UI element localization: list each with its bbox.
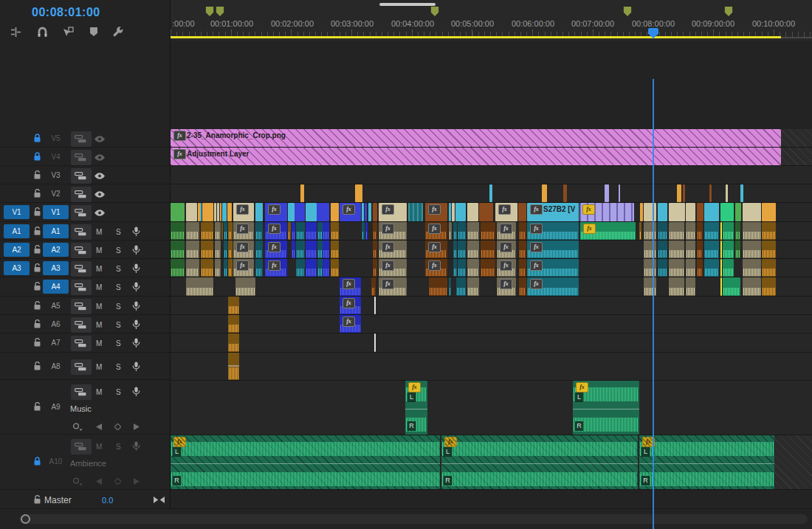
timeline-clip[interactable] bbox=[449, 203, 451, 221]
timeline-clip[interactable] bbox=[519, 241, 526, 258]
mute-button[interactable]: M bbox=[96, 388, 102, 396]
timeline-clip[interactable] bbox=[762, 277, 776, 296]
master-meter-icon[interactable] bbox=[154, 497, 165, 503]
timeline-clip[interactable] bbox=[317, 203, 329, 221]
timeline-clip[interactable]: fx bbox=[379, 277, 407, 296]
timeline-clip[interactable] bbox=[186, 259, 199, 277]
track-lane-A4[interactable]: fxfxfxfx bbox=[171, 277, 812, 297]
track-target-V4[interactable]: V4 bbox=[43, 150, 69, 164]
timeline-clip[interactable] bbox=[227, 203, 232, 221]
track-lane-A9[interactable]: fxLRfxLR bbox=[171, 381, 812, 435]
clip-2-35-anamorphic-crop-png[interactable]: fx2-35_Anamorphic_Crop.png bbox=[171, 129, 781, 147]
timeline-clip[interactable] bbox=[202, 203, 213, 221]
timeline-clip[interactable] bbox=[355, 184, 362, 202]
timeline-clip[interactable] bbox=[323, 259, 329, 277]
playhead-timecode[interactable]: 00:08:01:00 bbox=[32, 6, 100, 19]
clip-adjustment-layer[interactable]: fxAdjustment Layer bbox=[171, 148, 781, 165]
timeline-clip[interactable] bbox=[365, 203, 367, 221]
timeline-clip[interactable] bbox=[481, 241, 495, 258]
timeline-clip[interactable]: fx bbox=[233, 203, 254, 221]
timeline-clip[interactable] bbox=[201, 222, 213, 240]
lock-icon-A2[interactable] bbox=[32, 245, 42, 255]
lock-icon-A3[interactable] bbox=[32, 263, 42, 273]
source-patch-A1[interactable]: A1 bbox=[4, 224, 30, 238]
work-area-bar[interactable] bbox=[171, 36, 781, 38]
timeline-clip[interactable] bbox=[740, 184, 743, 202]
sync-lock-icon[interactable] bbox=[75, 135, 86, 143]
toggle-track-output-eye-icon[interactable] bbox=[94, 154, 106, 161]
timeline-clip[interactable]: fxLR bbox=[573, 381, 639, 435]
voiceover-mic-icon[interactable] bbox=[132, 245, 140, 255]
timeline-clip[interactable]: fx bbox=[340, 297, 361, 314]
timeline-clip[interactable]: fx bbox=[233, 259, 254, 277]
timeline-clip[interactable] bbox=[704, 222, 719, 240]
timeline-clip[interactable] bbox=[331, 259, 339, 277]
solo-button[interactable]: S bbox=[116, 363, 121, 371]
timeline-clip[interactable] bbox=[720, 277, 722, 296]
timeline-clip[interactable]: fxLR bbox=[405, 381, 427, 435]
sequence-marker[interactable] bbox=[725, 7, 733, 16]
voiceover-mic-icon[interactable] bbox=[132, 282, 140, 292]
timeline-clip[interactable] bbox=[300, 184, 304, 202]
timeline-clip[interactable] bbox=[449, 277, 451, 296]
track-lane-V2[interactable] bbox=[171, 184, 812, 203]
timeline-clip[interactable] bbox=[762, 222, 776, 240]
track-lane-A10[interactable]: fxLRfxLRfxLR bbox=[171, 435, 812, 490]
timeline-clip[interactable] bbox=[669, 222, 684, 240]
timeline-clip[interactable] bbox=[371, 277, 376, 296]
timeline-clip[interactable]: fx bbox=[527, 259, 579, 277]
voiceover-mic-icon[interactable] bbox=[132, 227, 140, 237]
lock-icon-V4[interactable] bbox=[32, 152, 42, 162]
timeline-clip[interactable] bbox=[235, 277, 255, 296]
lock-icon-A8[interactable] bbox=[32, 362, 42, 371]
sync-lock-icon[interactable] bbox=[75, 209, 86, 217]
mute-button[interactable]: M bbox=[96, 283, 102, 291]
timeline-clip[interactable] bbox=[723, 222, 734, 240]
timeline-clip[interactable] bbox=[658, 203, 667, 221]
timeline-clip[interactable] bbox=[453, 222, 457, 240]
timeline-clip[interactable] bbox=[686, 259, 695, 277]
timeline-clip[interactable] bbox=[331, 222, 339, 240]
timeline-clip[interactable] bbox=[255, 241, 263, 258]
track-lane-A1[interactable]: fxfxfxfxfxfxfx bbox=[171, 222, 812, 241]
timeline-clip[interactable] bbox=[171, 222, 185, 240]
mute-button[interactable]: M bbox=[96, 228, 102, 236]
track-target-A8[interactable]: A8 bbox=[43, 359, 69, 373]
playhead-line[interactable] bbox=[653, 79, 654, 529]
track-target-V2[interactable]: V2 bbox=[43, 187, 69, 201]
timeline-clip[interactable]: fx bbox=[379, 203, 407, 221]
sync-lock-icon[interactable] bbox=[75, 190, 86, 198]
source-patch-A2[interactable]: A2 bbox=[4, 243, 30, 257]
solo-button[interactable]: S bbox=[116, 302, 121, 311]
timeline-clip[interactable]: fx bbox=[379, 241, 407, 258]
timeline-clip[interactable] bbox=[455, 203, 466, 221]
timeline-clip[interactable] bbox=[374, 333, 376, 352]
timeline-clip[interactable] bbox=[723, 259, 734, 277]
timeline-clip[interactable] bbox=[697, 259, 703, 277]
timeline-clip[interactable] bbox=[255, 203, 263, 221]
solo-button[interactable]: S bbox=[116, 339, 121, 348]
sync-lock-icon[interactable] bbox=[75, 228, 86, 236]
track-target-A5[interactable]: A5 bbox=[43, 299, 69, 313]
voiceover-mic-icon[interactable] bbox=[132, 301, 140, 311]
track-target-V3[interactable]: V3 bbox=[43, 168, 69, 182]
lock-icon-A9[interactable] bbox=[32, 402, 42, 412]
timeline-clip[interactable] bbox=[373, 203, 377, 221]
timeline-clip[interactable] bbox=[563, 184, 567, 202]
voiceover-mic-icon[interactable] bbox=[132, 338, 140, 348]
horizontal-scrollbar-track[interactable] bbox=[19, 514, 808, 524]
sync-lock-icon[interactable] bbox=[75, 363, 86, 371]
timeline-clip[interactable]: fxLR bbox=[171, 435, 440, 489]
snap-icon[interactable] bbox=[35, 25, 49, 38]
timeline-clip[interactable] bbox=[519, 277, 526, 296]
timeline-clip[interactable] bbox=[255, 259, 263, 277]
timeline-clip[interactable]: fxLR bbox=[639, 435, 774, 489]
timeline-clip[interactable] bbox=[186, 241, 199, 258]
timeline-clip[interactable] bbox=[368, 203, 371, 221]
track-lane-A7[interactable] bbox=[171, 333, 812, 353]
timeline-clip[interactable] bbox=[215, 241, 221, 258]
timeline-clip[interactable] bbox=[224, 222, 227, 240]
timeline-clip[interactable] bbox=[467, 277, 479, 296]
timeline-clip[interactable]: fx bbox=[497, 241, 516, 258]
timeline-clip[interactable] bbox=[619, 184, 620, 202]
